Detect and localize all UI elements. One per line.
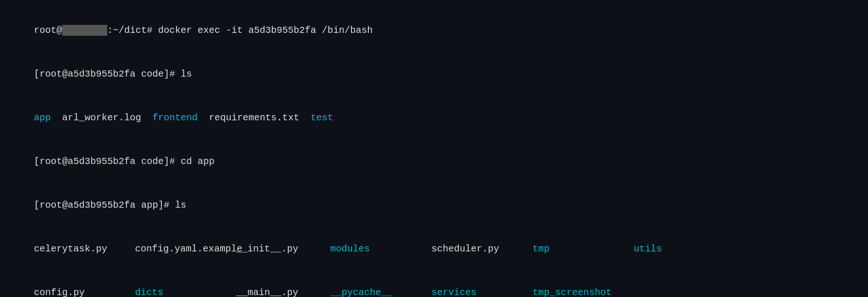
line-ls-app: [root@a5d3b955b2fa app]# ls [11,183,857,227]
terminal: root@hostname:~/dict# docker exec -it a5… [11,8,857,297]
line-ls-code: [root@a5d3b955b2fa code]# ls [11,52,857,96]
prompt-root: root@ [34,25,62,36]
file-app: app [34,112,51,123]
ls-app-row1: celerytask.pyconfig.yaml.example__init__… [11,227,857,271]
ls-code-output: app arl_worker.log frontend requirements… [11,96,857,140]
file-frontend: frontend [152,112,198,123]
file-test: test [311,112,333,123]
line-docker-exec: root@hostname:~/dict# docker exec -it a5… [11,8,857,52]
line-cd-app: [root@a5d3b955b2fa code]# cd app [11,140,857,183]
hostname-redacted: hostname [62,25,107,36]
prompt-path: :~/dict# docker exec -it a5d3b955b2fa /b… [107,25,373,36]
ls-app-row2: config.pydicts__main__.py__pycache__serv… [11,271,857,297]
